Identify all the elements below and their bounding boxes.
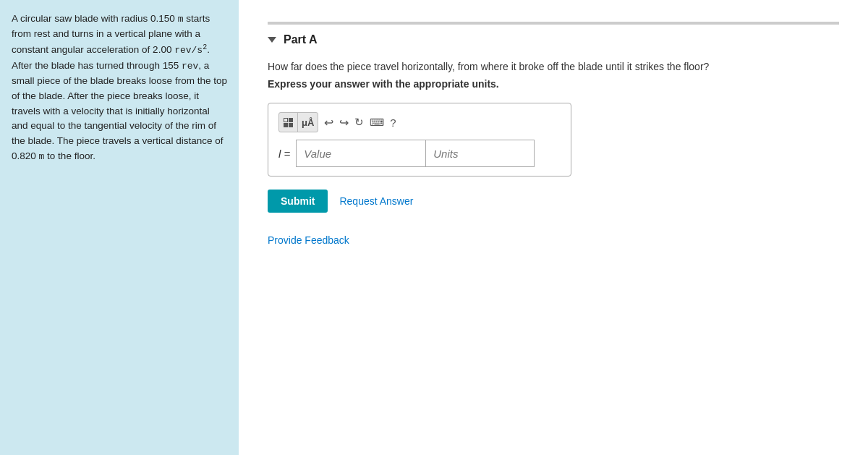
submit-button[interactable]: Submit [268, 190, 328, 213]
answer-container: μÅ ↩ ↪ ↻ ⌨ ? l = [268, 103, 571, 177]
problem-text: A circular saw blade with radius 0.150 m… [12, 12, 227, 164]
question-text: How far does the piece travel horizontal… [268, 61, 839, 72]
help-button[interactable]: ? [390, 116, 396, 129]
chevron-down-icon[interactable] [268, 37, 276, 43]
keyboard-icon: ⌨ [370, 116, 384, 128]
grid-icon-button[interactable] [279, 113, 298, 132]
question-instruction: Express your answer with the appropriate… [268, 78, 839, 90]
page-layout: A circular saw blade with radius 0.150 m… [0, 0, 868, 455]
buttons-row: Submit Request Answer [268, 190, 839, 213]
grid-icon [284, 118, 293, 127]
value-input[interactable] [296, 140, 426, 167]
toolbar: μÅ ↩ ↪ ↻ ⌨ ? [278, 112, 561, 132]
undo-button[interactable]: ↩ [324, 116, 333, 129]
right-panel: Part A How far does the piece travel hor… [239, 0, 868, 455]
input-row: l = [278, 140, 561, 167]
refresh-button[interactable]: ↻ [354, 116, 364, 129]
format-button-group[interactable]: μÅ [278, 112, 318, 132]
redo-button[interactable]: ↪ [339, 116, 349, 129]
provide-feedback-link[interactable]: Provide Feedback [268, 234, 349, 246]
request-answer-link[interactable]: Request Answer [339, 195, 413, 207]
input-label: l = [278, 148, 290, 160]
mu-a-label: μÅ [302, 117, 314, 128]
left-panel: A circular saw blade with radius 0.150 m… [0, 0, 239, 455]
units-input[interactable] [426, 140, 535, 167]
part-header: Part A [268, 24, 839, 46]
mu-a-button[interactable]: μÅ [298, 113, 318, 132]
part-title: Part A [284, 33, 318, 46]
